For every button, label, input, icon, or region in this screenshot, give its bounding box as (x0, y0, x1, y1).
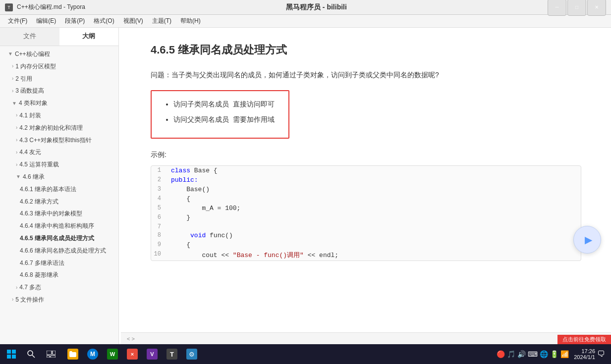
sidebar-item-4-3[interactable]: › 4.3 C++对象模型和this指针 (0, 134, 118, 147)
highlight-box: 访问子类同名成员 直接访问即可 访问父类同名成员 需要加作用域 (151, 90, 289, 139)
taskbar-files-btn[interactable] (63, 346, 82, 363)
search-button[interactable] (22, 346, 41, 363)
arrow-icon: ▼ (16, 173, 21, 180)
taskbar-app-btn-3[interactable]: × (123, 346, 142, 363)
nav-label: 4.7 多态 (19, 283, 41, 292)
code-line-8: 8 void func() (151, 231, 581, 240)
start-button[interactable] (2, 346, 21, 363)
code-line-7: 7 (151, 222, 581, 231)
menu-format[interactable]: 格式(O) (90, 15, 118, 27)
sidebar-item-4[interactable]: ▼ 4 类和对象 (0, 97, 118, 109)
sidebar-item-4-6-3[interactable]: 4.6.3 继承中的对象模型 (0, 208, 118, 220)
menu-file[interactable]: 文件(F) (4, 15, 31, 27)
tray-icon-5[interactable]: 🌐 (540, 350, 548, 358)
task-view-icon (47, 351, 56, 358)
task-view-button[interactable] (42, 346, 60, 363)
sidebar-item-4-1[interactable]: › 4.1 封装 (0, 109, 118, 122)
line-num: 4 (151, 195, 167, 202)
taskbar-app-btn-1[interactable]: M (83, 346, 102, 363)
nav-label: 4.6.4 继承中构造和析构顺序 (20, 222, 94, 230)
tab-files[interactable]: 文件 (0, 28, 59, 46)
tab-outline[interactable]: 大纲 (59, 28, 119, 46)
code-text: } (171, 214, 190, 221)
keyword: class (171, 167, 190, 174)
tray-icon-4[interactable]: ⌨ (528, 350, 538, 358)
nav-label: 2 引用 (15, 75, 32, 83)
app-icon: T (5, 3, 13, 11)
sidebar: 文件 大纲 ▼ C++核心编程 › 1 内存分区模型 › 2 引用 › 3 函数… (0, 28, 119, 344)
menu-paragraph[interactable]: 段落(P) (61, 15, 89, 27)
nav-label: 4.6.6 继承同名静态成员处理方式 (20, 247, 106, 255)
sidebar-item-4-7[interactable]: › 4.7 多态 (0, 281, 118, 294)
taskbar-app-btn-2[interactable]: W (103, 346, 122, 363)
line-num: 1 (151, 166, 167, 174)
taskbar-app-btn-4[interactable]: V (143, 346, 162, 363)
main-container: 文件 大纲 ▼ C++核心编程 › 1 内存分区模型 › 2 引用 › 3 函数… (0, 28, 611, 344)
code-text: Base { (194, 167, 218, 174)
sidebar-item-4-6-2[interactable]: 4.6.2 继承方式 (0, 196, 118, 208)
editor-bottom-bar: < > (121, 332, 611, 344)
sidebar-item-4-2[interactable]: › 4.2 对象的初始化和清理 (0, 122, 118, 134)
sidebar-item-4-6-6[interactable]: 4.6.6 继承同名静态成员处理方式 (0, 245, 118, 257)
tray-icon-2[interactable]: 🎵 (507, 350, 515, 358)
line-content (167, 223, 581, 224)
line-content: m_A = 100; (167, 204, 581, 212)
sidebar-item-5[interactable]: › 5 文件操作 (0, 294, 118, 306)
sidebar-item-4-4[interactable]: › 4.4 友元 (0, 146, 118, 158)
nav-label: C++核心编程 (15, 50, 50, 58)
svg-rect-8 (47, 356, 50, 358)
taskbar-more-apps-btn[interactable]: ⚙ (182, 346, 201, 363)
sidebar-item-4-6-1[interactable]: 4.6.1 继承的基本语法 (0, 183, 118, 196)
arrow-icon: ▼ (12, 100, 17, 107)
arrow-icon: ▼ (8, 51, 13, 57)
notification-area[interactable]: 🗨 (597, 350, 605, 359)
editor-area[interactable]: 4.6.5 继承同名成员处理方式 问题：当子类与父类出现同名的成员，如何通过子类… (121, 28, 611, 344)
line-content: Base() (167, 185, 581, 194)
nav-label: 4.6.7 多继承语法 (20, 259, 64, 267)
svg-rect-2 (7, 355, 11, 359)
maximize-button[interactable]: □ (567, 0, 586, 16)
svg-line-5 (32, 355, 35, 358)
sidebar-item-4-6-4[interactable]: 4.6.4 继承中构造和析构顺序 (0, 220, 118, 232)
float-play-button[interactable] (573, 226, 601, 254)
titlebar-left: T C++核心编程.md - Typora (5, 3, 85, 11)
menu-theme[interactable]: 主题(T) (148, 15, 175, 27)
close-button[interactable]: ✕ (587, 0, 606, 16)
tray-icon-1[interactable]: 🔴 (497, 350, 505, 358)
menu-edit[interactable]: 编辑(E) (32, 15, 60, 27)
sidebar-item-2[interactable]: › 2 引用 (0, 73, 118, 85)
arrow-icon: › (16, 137, 17, 144)
arrow-icon: › (12, 296, 13, 303)
keyword-public: public: (171, 176, 198, 184)
arrow-icon: › (16, 149, 17, 156)
nav-label: 4.6.2 继承方式 (20, 198, 58, 206)
nav-label: 5 文件操作 (15, 296, 44, 304)
sidebar-item-1[interactable]: › 1 内存分区模型 (0, 60, 118, 73)
notification-banner[interactable]: 点击前往免费领取 (557, 335, 611, 344)
sidebar-item-3[interactable]: › 3 函数提高 (0, 85, 118, 97)
sidebar-item-4-6-7[interactable]: 4.6.7 多继承语法 (0, 257, 118, 269)
time-display: 17:26 (581, 348, 595, 354)
menu-help[interactable]: 帮助(H) (176, 15, 205, 27)
tray-icon-battery[interactable]: 🔋 (550, 350, 558, 358)
windows-icon (7, 350, 16, 359)
nav-root[interactable]: ▼ C++核心编程 (0, 48, 118, 60)
clock[interactable]: 17:26 2024/1/1 (574, 348, 595, 360)
sidebar-item-4-6-8[interactable]: 4.6.8 菱形继承 (0, 269, 118, 281)
sidebar-item-4-5[interactable]: › 4.5 运算符重载 (0, 158, 118, 171)
sidebar-item-4-6[interactable]: ▼ 4.6 继承 (0, 171, 118, 183)
nav-label: 4.6.3 继承中的对象模型 (20, 209, 82, 218)
svg-rect-3 (12, 355, 16, 359)
line-content: { (167, 195, 581, 203)
arrow-icon: › (16, 284, 17, 291)
taskbar-typora-btn[interactable]: T (163, 346, 181, 363)
arrow-icon: › (12, 88, 13, 95)
line-content: cout << "Base - func()调用" << endl; (167, 250, 581, 260)
nav-label: 4.6.5 继承同名成员处理方式 (20, 234, 94, 243)
menu-view[interactable]: 视图(V) (119, 15, 147, 27)
code-line-6: 6 } (151, 213, 581, 222)
tray-icon-wifi[interactable]: 📶 (560, 350, 569, 358)
minimize-button[interactable]: ─ (548, 0, 566, 16)
sidebar-item-4-6-5[interactable]: 4.6.5 继承同名成员处理方式 (0, 232, 118, 245)
tray-icon-3[interactable]: 🔊 (517, 350, 526, 358)
